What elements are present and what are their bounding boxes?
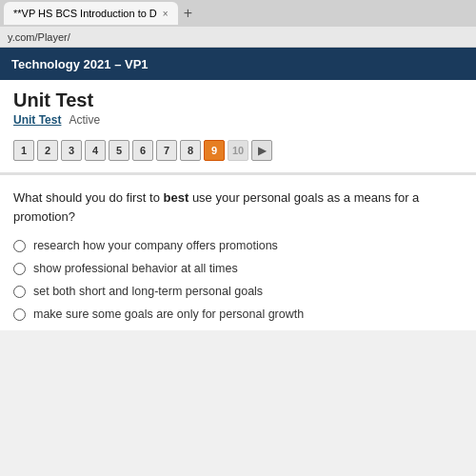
breadcrumb: Unit Test Active xyxy=(13,113,463,127)
answer-label-1: research how your company offers promoti… xyxy=(33,239,278,252)
breadcrumb-status: Active xyxy=(69,113,100,127)
browser-tab[interactable]: **VP HS BCS Introduction to D × xyxy=(4,2,178,25)
answer-option-3[interactable]: set both short and long-term personal go… xyxy=(13,285,463,298)
page-btn-1[interactable]: 1 xyxy=(13,140,34,161)
question-pagination: 1 2 3 4 5 6 7 8 9 10 ▶ xyxy=(13,136,463,165)
tab-label: **VP HS BCS Introduction to D xyxy=(13,8,157,19)
next-page-button[interactable]: ▶ xyxy=(251,140,272,161)
tab-bar: **VP HS BCS Introduction to D × + xyxy=(0,0,476,27)
page-btn-9[interactable]: 9 xyxy=(204,140,225,161)
answer-label-4: make sure some goals are only for person… xyxy=(33,307,304,321)
answer-option-1[interactable]: research how your company offers promoti… xyxy=(13,239,463,252)
address-bar: y.com/Player/ xyxy=(0,27,476,48)
page-btn-4[interactable]: 4 xyxy=(85,140,106,161)
page-btn-2[interactable]: 2 xyxy=(37,140,58,161)
page-btn-6[interactable]: 6 xyxy=(132,140,153,161)
page-title-section: Unit Test Unit Test Active 1 2 3 4 5 6 7… xyxy=(0,80,476,173)
tab-close-icon[interactable]: × xyxy=(163,9,169,19)
answer-option-4[interactable]: make sure some goals are only for person… xyxy=(13,307,463,321)
radio-button-3[interactable] xyxy=(13,286,26,298)
breadcrumb-link[interactable]: Unit Test xyxy=(13,113,61,127)
site-title: Technology 2021 – VP1 xyxy=(11,57,149,71)
radio-button-4[interactable] xyxy=(13,308,26,321)
site-header: Technology 2021 – VP1 xyxy=(0,48,476,80)
page-btn-8[interactable]: 8 xyxy=(180,140,201,161)
answer-label-2: show professional behavior at all times xyxy=(33,262,238,275)
radio-button-2[interactable] xyxy=(13,263,26,275)
radio-button-1[interactable] xyxy=(13,240,26,252)
answer-label-3: set both short and long-term personal go… xyxy=(33,285,263,298)
page-btn-3[interactable]: 3 xyxy=(61,140,82,161)
page-btn-7[interactable]: 7 xyxy=(156,140,177,161)
main-content: Unit Test Unit Test Active 1 2 3 4 5 6 7… xyxy=(0,80,476,330)
new-tab-button[interactable]: + xyxy=(178,5,198,22)
answer-choices: research how your company offers promoti… xyxy=(13,239,463,321)
question-section: What should you do first to best use you… xyxy=(0,173,476,330)
page-btn-10[interactable]: 10 xyxy=(228,140,248,161)
page-title: Unit Test xyxy=(13,89,463,111)
answer-option-2[interactable]: show professional behavior at all times xyxy=(13,262,463,275)
question-text-bold: best xyxy=(164,190,189,205)
question-text-part1: What should you do first to xyxy=(13,190,164,205)
question-text: What should you do first to best use you… xyxy=(13,188,463,226)
url-display: y.com/Player/ xyxy=(8,31,70,43)
page-btn-5[interactable]: 5 xyxy=(109,140,129,161)
